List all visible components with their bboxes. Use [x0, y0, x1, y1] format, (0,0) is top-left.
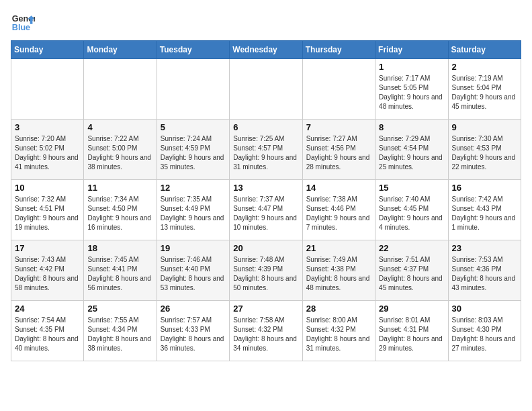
- day-info: Sunrise: 7:48 AM Sunset: 4:39 PM Dayligh…: [233, 255, 298, 293]
- day-number: 25: [87, 304, 152, 314]
- day-info: Sunrise: 7:49 AM Sunset: 4:38 PM Dayligh…: [306, 255, 371, 293]
- day-info: Sunrise: 7:32 AM Sunset: 4:51 PM Dayligh…: [15, 195, 80, 232]
- day-number: 7: [306, 122, 371, 132]
- day-number: 15: [379, 183, 444, 193]
- day-info: Sunrise: 7:20 AM Sunset: 5:02 PM Dayligh…: [15, 134, 80, 172]
- day-info: Sunrise: 7:53 AM Sunset: 4:36 PM Dayligh…: [452, 255, 517, 293]
- calendar-cell: 9Sunrise: 7:30 AM Sunset: 4:53 PM Daylig…: [448, 120, 521, 180]
- calendar-cell: 18Sunrise: 7:45 AM Sunset: 4:41 PM Dayli…: [84, 240, 157, 301]
- calendar-cell: 24Sunrise: 7:54 AM Sunset: 4:35 PM Dayli…: [11, 301, 84, 361]
- calendar-cell: 7Sunrise: 7:27 AM Sunset: 4:56 PM Daylig…: [302, 120, 375, 180]
- day-number: 3: [15, 122, 80, 132]
- weekday-header-saturday: Saturday: [448, 41, 521, 59]
- day-info: Sunrise: 7:51 AM Sunset: 4:37 PM Dayligh…: [379, 255, 444, 293]
- day-number: 19: [161, 243, 226, 253]
- day-number: 9: [452, 122, 517, 132]
- weekday-header-friday: Friday: [375, 41, 448, 59]
- calendar-cell: 2Sunrise: 7:19 AM Sunset: 5:04 PM Daylig…: [448, 59, 521, 120]
- day-number: 24: [15, 304, 80, 314]
- day-info: Sunrise: 7:35 AM Sunset: 4:49 PM Dayligh…: [161, 195, 226, 232]
- day-info: Sunrise: 7:19 AM Sunset: 5:04 PM Dayligh…: [452, 74, 517, 111]
- logo-icon: General Blue: [11, 11, 35, 35]
- calendar-cell: 10Sunrise: 7:32 AM Sunset: 4:51 PM Dayli…: [11, 180, 84, 240]
- day-number: 30: [452, 304, 517, 314]
- day-number: 23: [452, 243, 517, 253]
- calendar-cell: 21Sunrise: 7:49 AM Sunset: 4:38 PM Dayli…: [302, 240, 375, 301]
- day-number: 10: [15, 183, 80, 193]
- day-info: Sunrise: 7:34 AM Sunset: 4:50 PM Dayligh…: [87, 195, 152, 232]
- weekday-header-thursday: Thursday: [302, 41, 375, 59]
- calendar-cell: 12Sunrise: 7:35 AM Sunset: 4:49 PM Dayli…: [157, 180, 229, 240]
- calendar-cell: 23Sunrise: 7:53 AM Sunset: 4:36 PM Dayli…: [448, 240, 521, 301]
- day-info: Sunrise: 7:55 AM Sunset: 4:34 PM Dayligh…: [87, 316, 152, 353]
- day-number: 13: [233, 183, 298, 193]
- calendar-cell: 17Sunrise: 7:43 AM Sunset: 4:42 PM Dayli…: [11, 240, 84, 301]
- day-number: 14: [306, 183, 371, 193]
- day-info: Sunrise: 7:42 AM Sunset: 4:43 PM Dayligh…: [452, 195, 517, 232]
- weekday-header-wednesday: Wednesday: [230, 41, 302, 59]
- page-header: General Blue: [11, 11, 521, 35]
- day-number: 4: [87, 122, 152, 132]
- day-info: Sunrise: 7:24 AM Sunset: 4:59 PM Dayligh…: [161, 134, 226, 172]
- calendar-table: SundayMondayTuesdayWednesdayThursdayFrid…: [11, 40, 521, 361]
- day-info: Sunrise: 7:37 AM Sunset: 4:47 PM Dayligh…: [233, 195, 298, 232]
- calendar-cell: 25Sunrise: 7:55 AM Sunset: 4:34 PM Dayli…: [84, 301, 157, 361]
- calendar-cell: 1Sunrise: 7:17 AM Sunset: 5:05 PM Daylig…: [375, 59, 448, 120]
- calendar-cell: 20Sunrise: 7:48 AM Sunset: 4:39 PM Dayli…: [230, 240, 302, 301]
- day-number: 17: [15, 243, 80, 253]
- day-number: 27: [233, 304, 298, 314]
- day-info: Sunrise: 7:22 AM Sunset: 5:00 PM Dayligh…: [87, 134, 152, 172]
- calendar-cell: 26Sunrise: 7:57 AM Sunset: 4:33 PM Dayli…: [157, 301, 229, 361]
- day-number: 1: [379, 62, 444, 72]
- weekday-header-monday: Monday: [84, 41, 157, 59]
- day-number: 18: [87, 243, 152, 253]
- day-info: Sunrise: 7:58 AM Sunset: 4:32 PM Dayligh…: [233, 316, 298, 353]
- calendar-cell: 11Sunrise: 7:34 AM Sunset: 4:50 PM Dayli…: [84, 180, 157, 240]
- calendar-cell: 6Sunrise: 7:25 AM Sunset: 4:57 PM Daylig…: [230, 120, 302, 180]
- svg-text:Blue: Blue: [12, 23, 30, 32]
- day-info: Sunrise: 7:38 AM Sunset: 4:46 PM Dayligh…: [306, 195, 371, 232]
- calendar-cell: 27Sunrise: 7:58 AM Sunset: 4:32 PM Dayli…: [230, 301, 302, 361]
- calendar-cell: 15Sunrise: 7:40 AM Sunset: 4:45 PM Dayli…: [375, 180, 448, 240]
- day-info: Sunrise: 7:30 AM Sunset: 4:53 PM Dayligh…: [452, 134, 517, 172]
- calendar-cell: [157, 59, 229, 120]
- day-info: Sunrise: 7:29 AM Sunset: 4:54 PM Dayligh…: [379, 134, 444, 172]
- calendar-cell: 3Sunrise: 7:20 AM Sunset: 5:02 PM Daylig…: [11, 120, 84, 180]
- calendar-cell: 4Sunrise: 7:22 AM Sunset: 5:00 PM Daylig…: [84, 120, 157, 180]
- calendar-cell: [230, 59, 302, 120]
- day-info: Sunrise: 7:46 AM Sunset: 4:40 PM Dayligh…: [161, 255, 226, 293]
- day-info: Sunrise: 7:40 AM Sunset: 4:45 PM Dayligh…: [379, 195, 444, 232]
- calendar-cell: 5Sunrise: 7:24 AM Sunset: 4:59 PM Daylig…: [157, 120, 229, 180]
- calendar-cell: [302, 59, 375, 120]
- day-number: 5: [161, 122, 226, 132]
- day-info: Sunrise: 7:17 AM Sunset: 5:05 PM Dayligh…: [379, 74, 444, 111]
- calendar-cell: 16Sunrise: 7:42 AM Sunset: 4:43 PM Dayli…: [448, 180, 521, 240]
- day-info: Sunrise: 7:57 AM Sunset: 4:33 PM Dayligh…: [161, 316, 226, 353]
- day-number: 6: [233, 122, 298, 132]
- day-number: 22: [379, 243, 444, 253]
- calendar-cell: 13Sunrise: 7:37 AM Sunset: 4:47 PM Dayli…: [230, 180, 302, 240]
- day-info: Sunrise: 7:43 AM Sunset: 4:42 PM Dayligh…: [15, 255, 80, 293]
- day-number: 2: [452, 62, 517, 72]
- calendar-cell: [11, 59, 84, 120]
- day-info: Sunrise: 7:25 AM Sunset: 4:57 PM Dayligh…: [233, 134, 298, 172]
- day-number: 16: [452, 183, 517, 193]
- day-number: 12: [161, 183, 226, 193]
- calendar-cell: [84, 59, 157, 120]
- day-number: 26: [161, 304, 226, 314]
- logo: General Blue: [11, 11, 35, 35]
- calendar-cell: 29Sunrise: 8:01 AM Sunset: 4:31 PM Dayli…: [375, 301, 448, 361]
- day-number: 21: [306, 243, 371, 253]
- day-number: 20: [233, 243, 298, 253]
- weekday-header-tuesday: Tuesday: [157, 41, 229, 59]
- calendar-cell: 14Sunrise: 7:38 AM Sunset: 4:46 PM Dayli…: [302, 180, 375, 240]
- calendar-cell: 30Sunrise: 8:03 AM Sunset: 4:30 PM Dayli…: [448, 301, 521, 361]
- day-info: Sunrise: 7:45 AM Sunset: 4:41 PM Dayligh…: [87, 255, 152, 293]
- calendar-cell: 8Sunrise: 7:29 AM Sunset: 4:54 PM Daylig…: [375, 120, 448, 180]
- day-info: Sunrise: 7:27 AM Sunset: 4:56 PM Dayligh…: [306, 134, 371, 172]
- day-info: Sunrise: 8:00 AM Sunset: 4:32 PM Dayligh…: [306, 316, 371, 353]
- calendar-cell: 22Sunrise: 7:51 AM Sunset: 4:37 PM Dayli…: [375, 240, 448, 301]
- day-number: 8: [379, 122, 444, 132]
- day-info: Sunrise: 8:01 AM Sunset: 4:31 PM Dayligh…: [379, 316, 444, 353]
- day-number: 11: [87, 183, 152, 193]
